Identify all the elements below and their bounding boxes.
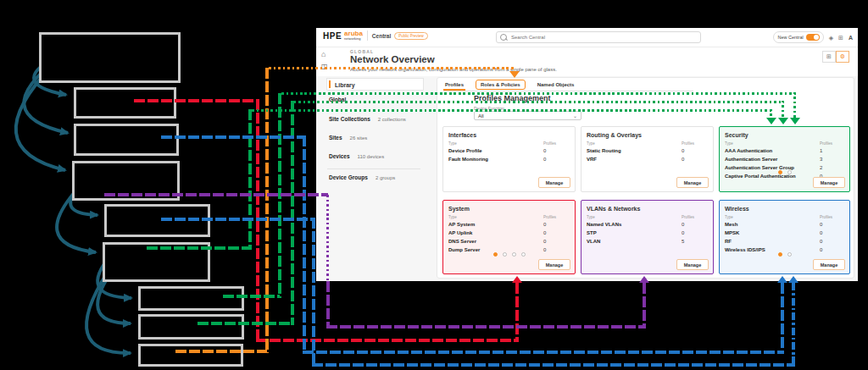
diagram-box — [39, 32, 181, 83]
connector-line — [248, 109, 252, 250]
connector-line — [303, 351, 784, 354]
home-icon[interactable]: ⌂ — [321, 50, 326, 58]
connector-arrowhead — [788, 276, 798, 283]
apps-grid-icon[interactable]: ⊞ — [838, 35, 843, 41]
tab-profiles[interactable]: Profiles — [443, 80, 465, 89]
divider — [327, 168, 420, 169]
search-input[interactable] — [509, 34, 697, 41]
manage-button[interactable]: Manage — [538, 259, 570, 270]
connector-line — [104, 193, 328, 196]
user-avatar[interactable]: A — [849, 35, 853, 41]
card-security: SecurityTypeProfilesAAA Authentication1A… — [719, 126, 850, 192]
manage-button[interactable]: Manage — [676, 177, 709, 188]
card-title: Security — [725, 132, 844, 138]
connector-arrowhead — [777, 276, 787, 283]
library-item-sites[interactable]: Sites26 sites — [329, 135, 367, 141]
pagination-dots[interactable] — [720, 252, 849, 257]
connector-line — [312, 363, 795, 367]
card-title: Wireless — [725, 206, 844, 212]
manage-button[interactable]: Manage — [813, 177, 845, 188]
new-central-toggle[interactable]: New Central — [773, 31, 823, 43]
connector-line — [161, 135, 304, 139]
card-row[interactable]: VLAN5 — [587, 239, 708, 244]
card-wireless: WirelessTypeProfilesMesh0MPSK0RF0Wireles… — [719, 200, 850, 274]
card-row[interactable]: Authentication Server3 — [725, 157, 844, 162]
connector-line — [291, 101, 294, 325]
connector-line — [303, 135, 306, 354]
connector-line — [161, 218, 314, 221]
product-name: Central — [372, 33, 391, 39]
card-title: Interfaces — [448, 132, 570, 138]
card-interfaces: InterfacesTypeProfilesDevice Profile0Fau… — [442, 126, 576, 192]
announcement-icon[interactable]: ◈ — [829, 35, 833, 41]
diagram-box — [138, 286, 244, 311]
connector-line — [147, 246, 250, 250]
toggle-on-icon[interactable] — [806, 34, 820, 41]
connector-arrowhead — [509, 71, 520, 78]
card-system: SystemTypeProfilesAP System0AP Uplink0DN… — [442, 200, 576, 274]
pagination-dots[interactable] — [443, 252, 575, 257]
tab-roles-policies[interactable]: Roles & Policies — [476, 80, 526, 90]
profiles-panel: ProfilesRoles & PoliciesNamed Objects Pr… — [437, 77, 854, 279]
library-item-device-groups[interactable]: Device Groups2 groups — [329, 174, 395, 180]
connector-line — [269, 67, 515, 69]
card-title: Routing & Overlays — [587, 132, 708, 138]
connector-line — [326, 281, 330, 329]
search-bar[interactable] — [496, 31, 701, 43]
app-window: HPE aruba networking Central Public Prev… — [316, 28, 858, 281]
tab-named-objects[interactable]: Named Objects — [536, 80, 576, 89]
connector-line — [134, 99, 259, 102]
card-column-headers: TypeProfiles — [448, 215, 570, 219]
card-row[interactable]: AAA Authentication1 — [725, 148, 844, 153]
card-column-headers: TypeProfiles — [587, 141, 708, 146]
card-row[interactable]: Named VLANs0 — [587, 222, 708, 227]
connector-arrowhead — [512, 276, 522, 283]
card-vlans-networks: VLANs & NetworksTypeProfilesNamed VLANs0… — [581, 200, 714, 274]
diagram-box — [138, 314, 244, 340]
page-title: Network Overview — [350, 54, 435, 64]
device-function-dropdown[interactable]: All ⌄ — [474, 111, 581, 120]
card-row[interactable]: MPSK0 — [725, 230, 844, 235]
card-row[interactable]: Fault Monitoring0 — [448, 157, 570, 162]
library-item-site-collections[interactable]: Site Collections2 collections — [329, 116, 406, 122]
connector-arrowhead — [639, 276, 649, 283]
aruba-logo: aruba networking — [344, 30, 368, 41]
card-row[interactable]: Device Profile0 — [448, 148, 570, 153]
connector-arrowhead — [766, 118, 776, 124]
library-item-devices[interactable]: Devices110 devices — [329, 153, 384, 159]
connector-line — [281, 92, 797, 95]
connector-line — [770, 109, 772, 118]
card-row[interactable]: VRF0 — [587, 157, 708, 162]
card-title: VLANs & Networks — [587, 206, 708, 212]
connector-line — [175, 350, 267, 353]
card-title: System — [448, 206, 570, 212]
card-row[interactable]: AP Uplink0 — [448, 230, 570, 235]
card-row[interactable]: RF0 — [725, 239, 844, 244]
diagram-box — [138, 344, 243, 367]
card-column-headers: TypeProfiles — [725, 215, 844, 219]
tab-bar: ProfilesRoles & PoliciesNamed Objects — [443, 78, 693, 91]
card-row[interactable]: Static Routing0 — [587, 148, 708, 153]
library-panel-header[interactable]: Library — [326, 78, 424, 91]
manage-button[interactable]: Manage — [538, 177, 570, 188]
manage-button[interactable]: Manage — [676, 259, 709, 270]
settings-gear-icon[interactable]: ⚙ — [836, 51, 849, 63]
connector-line — [256, 339, 519, 342]
connector-line — [294, 101, 784, 103]
card-row[interactable]: AP System0 — [448, 222, 570, 227]
connector-arrowhead — [778, 118, 788, 124]
card-row[interactable]: STP0 — [587, 230, 708, 235]
card-row[interactable]: Mesh0 — [725, 222, 844, 227]
manage-button[interactable]: Manage — [813, 259, 845, 270]
connector-line — [643, 283, 646, 327]
view-toolbar: ⊞ ⚙ — [822, 51, 849, 63]
grid-view-icon[interactable]: ⊞ — [822, 51, 836, 63]
chevron-down-icon: ⌄ — [573, 113, 577, 119]
card-row[interactable]: DNS Server0 — [448, 239, 570, 244]
pagination-dots[interactable] — [720, 170, 849, 174]
annotated-diagram: HPE aruba networking Central Public Prev… — [0, 0, 868, 370]
connector-line — [326, 325, 646, 329]
card-column-headers: TypeProfiles — [587, 215, 708, 219]
content-area: Library GlobalSite Collections2 collecti… — [316, 76, 858, 281]
connector-line — [252, 109, 772, 112]
